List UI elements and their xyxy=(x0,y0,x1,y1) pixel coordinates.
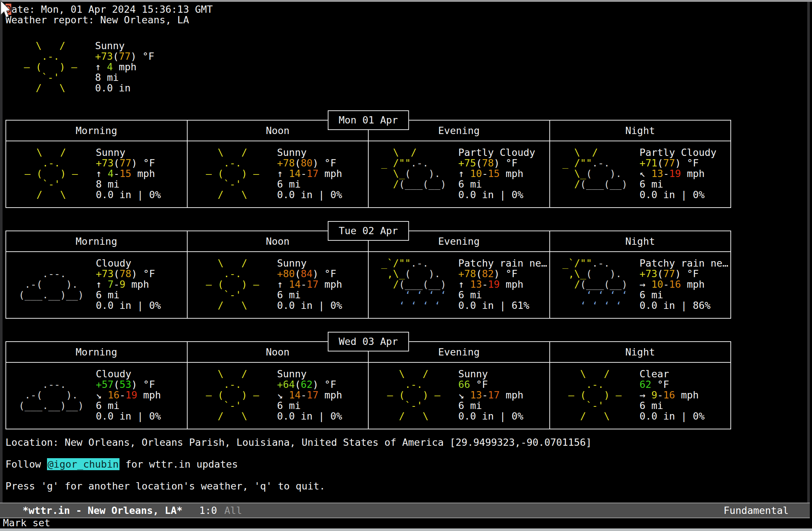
forecast-text: Clear 62 °F → 9-16 mph 6 mi 0.0 in | 0% xyxy=(638,369,705,421)
period-header-night: Night xyxy=(550,120,731,141)
date-text: ate: Mon, 01 Apr 2024 15:36:13 GMT xyxy=(11,4,213,15)
forecast-text: Sunny +73(77) °F ↑ 4 mph 8 mi 0.0 in xyxy=(93,40,154,93)
forecast-cell-container: .--. .-( ). (___.__)__) Cloudy +57(53) °… xyxy=(6,362,187,429)
forecast-cell-container: \ / .-. ― ( ) ― `-' / \Sunny +73(77) °F … xyxy=(6,141,187,208)
sunny-icon: \ / .-. ― ( ) ― `-' / \ xyxy=(6,147,94,200)
sunny-icon: \ / .-. ― ( ) ― `-' / \ xyxy=(369,369,456,421)
partly-icon: \ / _ /"".-. \_( ). /(___(__) xyxy=(550,147,638,200)
forecast-cell: .--. .-( ). (___.__)__) Cloudy +73(78) °… xyxy=(6,252,187,318)
cloudy-icon: .--. .-( ). (___.__)__) xyxy=(6,258,94,311)
date-line: Date: Mon, 01 Apr 2024 15:36:13 GMT xyxy=(5,4,807,15)
wttr-buffer[interactable]: Date: Mon, 01 Apr 2024 15:36:13 GMT Weat… xyxy=(3,2,807,503)
forecast-cell-container: \ / .-. ― ( ) ― `-' / \Sunny +78(80) °F … xyxy=(187,141,369,208)
forecast-cell: _`/"".-. ,\_( ). /(___(__) ‘ ‘ ‘ ‘ ‘ ‘ ‘… xyxy=(550,252,731,318)
forecast-cell: \ / .-. ― ( ) ― `-' / \Clear 62 °F → 9-1… xyxy=(550,363,731,429)
period-header-night: Night xyxy=(550,231,731,252)
forecast-cell-container: \ / _ /"".-. \_( ). /(___(__) Partly Clo… xyxy=(368,141,550,208)
rain-icon: _`/"".-. ,\_( ). /(___(__) ‘ ‘ ‘ ‘ ‘ ‘ ‘… xyxy=(369,258,456,311)
follow-prefix: Follow xyxy=(5,459,47,470)
forecast-cell: \ / .-. ― ( ) ― `-' / \Sunny 66 °F ↘ 13-… xyxy=(369,363,549,429)
forecast-cell-container: \ / .-. ― ( ) ― `-' / \Sunny +64(62) °F … xyxy=(187,362,369,429)
forecast-cell: \ / .-. ― ( ) ― `-' / \Sunny +80(84) °F … xyxy=(188,252,368,318)
sunny-icon: \ / .-. ― ( ) ― `-' / \ xyxy=(188,369,275,421)
forecast-days: Mon 01 AprMorningNoonEveningNight \ / .-… xyxy=(5,110,807,429)
forecast-text: Sunny +78(80) °F ↑ 14-17 mph 6 mi 0.0 in… xyxy=(275,147,342,200)
twitter-handle[interactable]: @igor_chubin xyxy=(47,458,119,470)
location-line: Location: New Orleans, Orleans Parish, L… xyxy=(5,437,807,448)
date-label: Mon 01 Apr xyxy=(328,110,409,130)
emacs-window: Date: Mon, 01 Apr 2024 15:36:13 GMT Weat… xyxy=(0,0,812,531)
scroll-indicator: All xyxy=(224,505,242,516)
sunny-icon: \ / .-. ― ( ) ― `-' / \ xyxy=(5,40,93,93)
date-label: Tue 02 Apr xyxy=(328,221,409,241)
forecast-cell: _`/"".-. ,\_( ). /(___(__) ‘ ‘ ‘ ‘ ‘ ‘ ‘… xyxy=(369,252,549,318)
mouse-pointer-icon xyxy=(0,0,12,19)
sunny-icon: \ / .-. ― ( ) ― `-' / \ xyxy=(188,147,275,200)
cloudy-icon: .--. .-( ). (___.__)__) xyxy=(6,369,94,421)
forecast-cell-container: \ / .-. ― ( ) ― `-' / \Clear 62 °F → 9-1… xyxy=(550,362,731,429)
forecast-table-wed-03-apr: Wed 03 AprMorningNoonEveningNight .--. .… xyxy=(5,332,731,429)
forecast-cell-container: \ / _ /"".-. \_( ). /(___(__) Partly Clo… xyxy=(550,141,731,208)
window-bottom-edge xyxy=(0,528,812,531)
forecast-cell-container: _`/"".-. ,\_( ). /(___(__) ‘ ‘ ‘ ‘ ‘ ‘ ‘… xyxy=(368,252,550,318)
period-header-night: Night xyxy=(550,342,731,362)
forecast-text: Sunny +80(84) °F ↑ 14-17 mph 6 mi 0.0 in… xyxy=(275,258,342,311)
forecast-text: Sunny +64(62) °F ↘ 14-17 mph 6 mi 0.0 in… xyxy=(275,369,342,421)
period-header-morning: Morning xyxy=(6,120,187,141)
buffer-name: *wttr.in - New Orleans, LA* xyxy=(23,505,183,516)
forecast-cell: .--. .-( ). (___.__)__) Cloudy +57(53) °… xyxy=(6,363,187,429)
forecast-cell: \ / .-. ― ( ) ― `-' / \Sunny +78(80) °F … xyxy=(188,141,368,207)
rain-icon: _`/"".-. ,\_( ). /(___(__) ‘ ‘ ‘ ‘ ‘ ‘ ‘… xyxy=(550,258,638,311)
forecast-cell: \ / _ /"".-. \_( ). /(___(__) Partly Clo… xyxy=(550,141,731,207)
weather-report-line: Weather report: New Orleans, LA xyxy=(5,15,807,25)
forecast-cell-container: _`/"".-. ,\_( ). /(___(__) ‘ ‘ ‘ ‘ ‘ ‘ ‘… xyxy=(550,252,731,318)
sunny-icon: \ / .-. ― ( ) ― `-' / \ xyxy=(188,258,275,311)
period-header-morning: Morning xyxy=(6,231,187,252)
forecast-text: Partly Cloudy +75(78) °F ↑ 10-15 mph 6 m… xyxy=(456,147,535,200)
window-right-edge xyxy=(810,2,812,503)
forecast-text: Patchy rain ne… +78(82) °F ↑ 13-19 mph 6… xyxy=(456,258,547,311)
forecast-table-mon-01-apr: Mon 01 AprMorningNoonEveningNight \ / .-… xyxy=(5,110,731,208)
follow-line: Follow @igor_chubin for wttr.in updates xyxy=(5,459,807,469)
echo-area: Mark set xyxy=(0,518,812,528)
forecast-cell: \ / .-. ― ( ) ― `-' / \Sunny +73(77) °F … xyxy=(6,141,187,207)
forecast-text: Cloudy +73(78) °F ↑ 7-9 mph 6 mi 0.0 in … xyxy=(94,258,161,311)
forecast-text: Sunny 66 °F ↘ 13-17 mph 6 mi 0.0 in | 0% xyxy=(456,369,523,421)
forecast-cell-container: \ / .-. ― ( ) ― `-' / \Sunny +80(84) °F … xyxy=(187,252,369,318)
right-fringe xyxy=(807,2,810,503)
partly-icon: \ / _ /"".-. \_( ). /(___(__) xyxy=(369,147,456,200)
forecast-cell: \ / .-. ― ( ) ― `-' / \Sunny +73(77) °F … xyxy=(5,35,154,101)
left-fringe xyxy=(0,2,3,503)
forecast-text: Patchy rain ne… +73(77) °F → 10-16 mph 6… xyxy=(638,258,729,311)
forecast-table-tue-02-apr: Tue 02 AprMorningNoonEveningNight .--. .… xyxy=(5,221,731,319)
major-mode-label[interactable]: Fundamental xyxy=(723,505,789,516)
cursor-position: 1:0 xyxy=(199,505,217,516)
date-label: Wed 03 Apr xyxy=(328,332,409,351)
current-conditions: \ / .-. ― ( ) ― `-' / \Sunny +73(77) °F … xyxy=(5,35,807,101)
period-header-morning: Morning xyxy=(6,342,187,362)
forecast-cell-container: .--. .-( ). (___.__)__) Cloudy +73(78) °… xyxy=(6,252,187,318)
forecast-cell: \ / _ /"".-. \_( ). /(___(__) Partly Clo… xyxy=(369,141,549,207)
forecast-cell-container: \ / .-. ― ( ) ― `-' / \Sunny 66 °F ↘ 13-… xyxy=(368,362,550,429)
forecast-cell: \ / .-. ― ( ) ― `-' / \Sunny +64(62) °F … xyxy=(188,363,368,429)
sunny-icon: \ / .-. ― ( ) ― `-' / \ xyxy=(550,369,638,421)
forecast-text: Partly Cloudy +71(77) °F ↖ 13-19 mph 6 m… xyxy=(638,147,717,200)
keyboard-hint-line: Press 'g' for another location's weather… xyxy=(5,481,807,491)
emacs-modeline[interactable]: *wttr.in - New Orleans, LA* 1:0 All Fund… xyxy=(0,503,810,518)
follow-suffix: for wttr.in updates xyxy=(119,459,238,470)
forecast-text: Cloudy +57(53) °F ↘ 16-19 mph 6 mi 0.0 i… xyxy=(94,369,161,421)
forecast-text: Sunny +73(77) °F ↑ 4-15 mph 8 mi 0.0 in … xyxy=(94,147,161,200)
